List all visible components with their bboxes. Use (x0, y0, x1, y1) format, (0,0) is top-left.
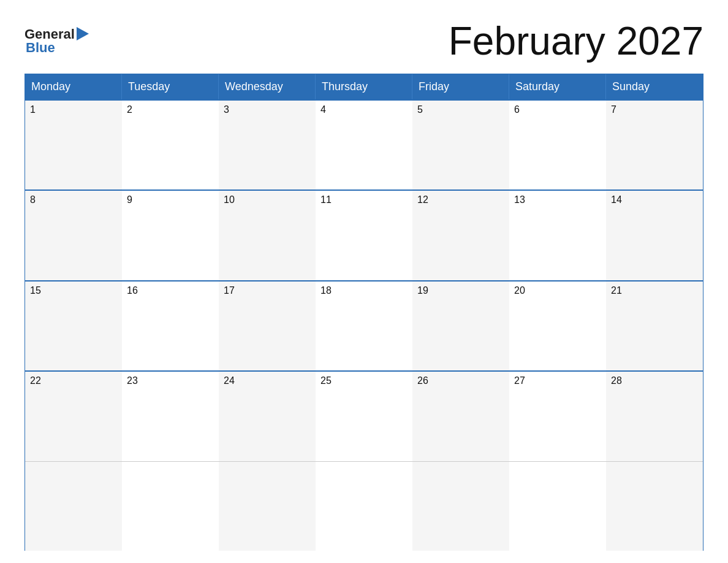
day-header-monday: Monday (25, 74, 122, 99)
day-number: 19 (417, 285, 428, 296)
day-cell-empty-2 (122, 462, 219, 551)
logo-blue-text: Blue (26, 40, 55, 56)
day-cell-12: 12 (412, 191, 509, 280)
day-header-wednesday: Wednesday (219, 74, 316, 99)
day-number: 9 (127, 194, 132, 205)
day-number: 12 (417, 194, 428, 205)
day-cell-21: 21 (606, 282, 703, 370)
day-headers: Monday Tuesday Wednesday Thursday Friday… (25, 74, 703, 99)
day-number: 28 (611, 375, 622, 386)
month-title: February 2027 (449, 18, 703, 64)
day-cell-22: 22 (25, 372, 122, 461)
day-number: 5 (417, 104, 423, 115)
day-cell-empty-7 (606, 462, 703, 551)
day-cell-27: 27 (509, 372, 606, 461)
day-cell-8: 8 (25, 191, 122, 280)
day-number: 11 (320, 194, 332, 205)
day-number: 14 (611, 194, 622, 205)
day-number: 8 (30, 194, 36, 205)
day-cell-empty-6 (509, 462, 606, 551)
day-number: 3 (224, 104, 229, 115)
svg-marker-0 (77, 27, 89, 40)
day-number: 17 (224, 285, 235, 296)
weeks-container: 1 2 3 4 5 6 7 8 9 10 11 12 13 14 15 16 (25, 99, 703, 551)
page: General Blue February 2027 Monday Tuesda… (0, 0, 728, 563)
day-cell-7: 7 (606, 101, 703, 190)
day-cell-10: 10 (219, 191, 316, 280)
day-cell-19: 19 (412, 282, 509, 370)
day-header-friday: Friday (412, 74, 509, 99)
day-number: 1 (30, 104, 36, 115)
week-row-3: 15 16 17 18 19 20 21 (25, 280, 703, 370)
day-cell-26: 26 (412, 372, 509, 461)
day-number: 10 (224, 194, 235, 205)
day-cell-28: 28 (606, 372, 703, 461)
day-header-saturday: Saturday (509, 74, 606, 99)
day-number: 7 (611, 104, 616, 115)
header: General Blue February 2027 (25, 18, 703, 64)
day-number: 26 (417, 375, 428, 386)
day-cell-24: 24 (219, 372, 316, 461)
week-row-4: 22 23 24 25 26 27 28 (25, 370, 703, 461)
logo-arrow-icon (77, 27, 89, 40)
day-cell-empty-3 (219, 462, 316, 551)
day-cell-5: 5 (412, 101, 509, 190)
day-cell-14: 14 (606, 191, 703, 280)
day-cell-empty-1 (25, 462, 122, 551)
day-number: 4 (320, 104, 326, 115)
day-cell-23: 23 (122, 372, 219, 461)
day-cell-4: 4 (316, 101, 412, 190)
day-cell-2: 2 (122, 101, 219, 190)
day-number: 6 (514, 104, 520, 115)
day-cell-18: 18 (316, 282, 412, 370)
day-number: 18 (320, 285, 332, 296)
logo: General Blue (25, 26, 89, 56)
day-cell-25: 25 (316, 372, 412, 461)
day-header-thursday: Thursday (316, 74, 412, 99)
day-number: 22 (30, 375, 41, 386)
day-number: 15 (30, 285, 41, 296)
day-cell-15: 15 (25, 282, 122, 370)
day-cell-13: 13 (509, 191, 606, 280)
day-cell-9: 9 (122, 191, 219, 280)
day-number: 23 (127, 375, 138, 386)
day-number: 24 (224, 375, 235, 386)
week-row-2: 8 9 10 11 12 13 14 (25, 190, 703, 280)
day-number: 25 (320, 375, 332, 386)
day-number: 21 (611, 285, 622, 296)
day-cell-empty-4 (316, 462, 412, 551)
week-row-1: 1 2 3 4 5 6 7 (25, 99, 703, 190)
day-cell-empty-5 (412, 462, 509, 551)
day-number: 13 (514, 194, 525, 205)
day-header-sunday: Sunday (606, 74, 703, 99)
day-cell-1: 1 (25, 101, 122, 190)
day-number: 16 (127, 285, 138, 296)
day-header-tuesday: Tuesday (122, 74, 219, 99)
day-cell-3: 3 (219, 101, 316, 190)
calendar: Monday Tuesday Wednesday Thursday Friday… (25, 74, 703, 551)
day-cell-6: 6 (509, 101, 606, 190)
day-cell-11: 11 (316, 191, 412, 280)
day-cell-16: 16 (122, 282, 219, 370)
day-number: 27 (514, 375, 525, 386)
day-number: 2 (127, 104, 132, 115)
day-cell-17: 17 (219, 282, 316, 370)
logo-blue-line: Blue (25, 40, 55, 56)
day-cell-20: 20 (509, 282, 606, 370)
day-number: 20 (514, 285, 525, 296)
week-row-empty (25, 461, 703, 551)
